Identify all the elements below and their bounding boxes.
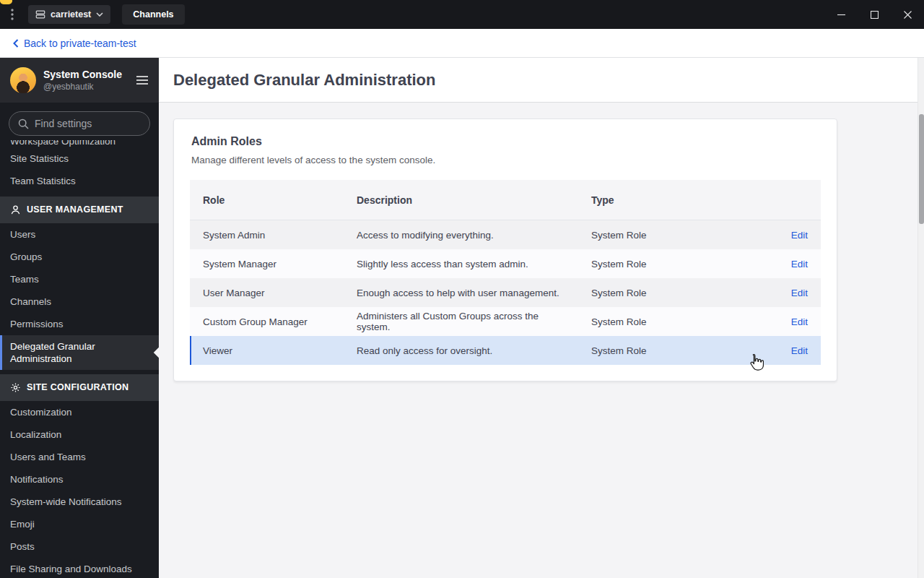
role-type: System Role <box>578 278 737 307</box>
sidebar-item-groups[interactable]: Groups <box>0 246 159 268</box>
card-head: Admin Roles Manage different levels of a… <box>174 119 837 180</box>
main-area: Delegated Granular Administration Admin … <box>159 58 924 578</box>
server-icon <box>35 9 45 20</box>
maximize-button[interactable] <box>858 0 891 29</box>
column-header-role: Role <box>190 180 344 220</box>
sidebar-titles: System Console @yesbhautik <box>43 69 122 92</box>
sidebar-item-teams[interactable]: Teams <box>0 268 159 290</box>
chevron-down-icon <box>96 12 103 17</box>
backbar: Back to private-team-test <box>0 29 924 58</box>
role-name: System Manager <box>190 249 344 278</box>
sidebar-item-posts[interactable]: Posts <box>0 535 159 558</box>
role-description: Access to modifying everything. <box>344 220 578 249</box>
role-actions: Edit <box>737 278 821 307</box>
gear-icon <box>10 382 21 393</box>
vertical-dots-icon[interactable] <box>11 9 14 20</box>
sidebar-header: System Console @yesbhautik <box>0 58 159 103</box>
roles-table-body: System AdminAccess to modifying everythi… <box>190 220 821 365</box>
role-row-user-manager: User ManagerEnough access to help with u… <box>190 278 821 307</box>
sidebar-title: System Console <box>43 69 122 80</box>
sidebar-item-team-statistics[interactable]: Team Statistics <box>0 170 159 192</box>
sidebar-nav: Workspace OptimizationSite StatisticsTea… <box>0 140 159 578</box>
sidebar-item-label: Posts <box>10 541 35 552</box>
role-row-system-manager: System ManagerSlightly less access than … <box>190 249 821 278</box>
edit-link-custom-group-manager[interactable]: Edit <box>791 316 808 327</box>
sidebar-item-label: Groups <box>10 251 42 262</box>
card-title: Admin Roles <box>191 135 819 148</box>
sidebar-item-label: Emoji <box>10 519 35 530</box>
card-subtitle: Manage different levels of access to the… <box>191 155 819 165</box>
sidebar-item-label: File Sharing and Downloads <box>10 564 132 574</box>
emoji-sliver <box>0 0 12 4</box>
role-actions: Edit <box>737 220 821 249</box>
sidebar-item-system-wide-notifications[interactable]: System-wide Notifications <box>0 491 159 513</box>
sidebar-search-wrap <box>0 103 159 140</box>
search-box[interactable] <box>9 111 150 136</box>
role-type: System Role <box>578 220 737 249</box>
role-description: Enough access to help with user manageme… <box>344 278 578 307</box>
role-row-system-admin: System AdminAccess to modifying everythi… <box>190 220 821 249</box>
sidebar-item-label: System-wide Notifications <box>10 496 122 507</box>
sidebar-item-users-and-teams[interactable]: Users and Teams <box>0 446 159 468</box>
sidebar-item-label: Delegated Granular Administration <box>10 341 95 364</box>
sidebar-item-label: Workspace Optimization <box>10 140 116 147</box>
scrollbar-track[interactable] <box>918 58 924 578</box>
role-description: Administers all Custom Groups across the… <box>344 307 578 336</box>
role-name: Viewer <box>190 336 344 365</box>
sidebar-item-notifications[interactable]: Notifications <box>0 468 159 491</box>
sidebar-item-label: Users <box>10 229 35 240</box>
sidebar-item-label: Permissions <box>10 319 64 329</box>
sidebar-item-emoji[interactable]: Emoji <box>0 513 159 535</box>
edit-link-system-manager[interactable]: Edit <box>791 259 808 269</box>
sidebar-item-site-statistics[interactable]: Site Statistics <box>0 147 159 170</box>
role-name: User Manager <box>190 278 344 307</box>
sidebar-item-customization[interactable]: Customization <box>0 401 159 423</box>
sidebar-item-label: Team Statistics <box>10 176 76 186</box>
sidebar-item-label: Teams <box>10 274 39 285</box>
edit-link-viewer[interactable]: Edit <box>791 345 808 356</box>
role-type: System Role <box>578 336 737 365</box>
role-name: System Admin <box>190 220 344 249</box>
role-actions: Edit <box>737 307 821 336</box>
sidebar-item-channels[interactable]: Channels <box>0 290 159 313</box>
server-name: carrietest <box>51 9 91 20</box>
column-header-actions <box>737 180 821 220</box>
role-actions: Edit <box>737 336 821 365</box>
sidebar-item-label: Users and Teams <box>10 452 86 462</box>
column-header-description: Description <box>344 180 578 220</box>
titlebar: carrietest Channels <box>0 0 924 29</box>
page-header: Delegated Granular Administration <box>159 58 924 103</box>
menu-icon[interactable] <box>136 75 149 85</box>
role-description: Slightly less access than system admin. <box>344 249 578 278</box>
section-label: SITE CONFIGURATION <box>27 381 128 394</box>
tab-channels[interactable]: Channels <box>122 4 184 25</box>
close-button[interactable] <box>891 0 924 29</box>
sidebar-item-label: Localization <box>10 429 61 440</box>
search-input[interactable] <box>35 118 141 129</box>
back-link[interactable]: Back to private-team-test <box>13 38 136 49</box>
role-description: Read only access for oversight. <box>344 336 578 365</box>
edit-link-system-admin[interactable]: Edit <box>791 230 808 241</box>
scrollbar-thumb[interactable] <box>919 114 924 224</box>
page-title: Delegated Granular Administration <box>173 71 435 90</box>
avatar <box>10 67 36 93</box>
sidebar-item-users[interactable]: Users <box>0 223 159 246</box>
role-actions: Edit <box>737 249 821 278</box>
minimize-button[interactable] <box>824 0 858 29</box>
sidebar-item-localization[interactable]: Localization <box>0 423 159 446</box>
role-name: Custom Group Manager <box>190 307 344 336</box>
server-selector[interactable]: carrietest <box>28 5 110 24</box>
sidebar-item-workspace-optimization[interactable]: Workspace Optimization <box>0 140 159 147</box>
edit-link-user-manager[interactable]: Edit <box>791 288 808 298</box>
back-link-label: Back to private-team-test <box>24 38 136 49</box>
sidebar-section-user-management: USER MANAGEMENT <box>0 197 159 223</box>
sidebar-item-permissions[interactable]: Permissions <box>0 313 159 335</box>
role-type: System Role <box>578 307 737 336</box>
roles-table: RoleDescriptionType System AdminAccess t… <box>190 180 821 365</box>
sidebar-item-label: Site Statistics <box>10 153 69 164</box>
tab-channels-label: Channels <box>133 9 173 20</box>
sidebar-item-delegated-granular-administration[interactable]: Delegated Granular Administration <box>0 335 159 370</box>
sidebar-item-file-sharing-and-downloads[interactable]: File Sharing and Downloads <box>0 558 159 578</box>
role-type: System Role <box>578 249 737 278</box>
window-controls <box>824 0 924 29</box>
